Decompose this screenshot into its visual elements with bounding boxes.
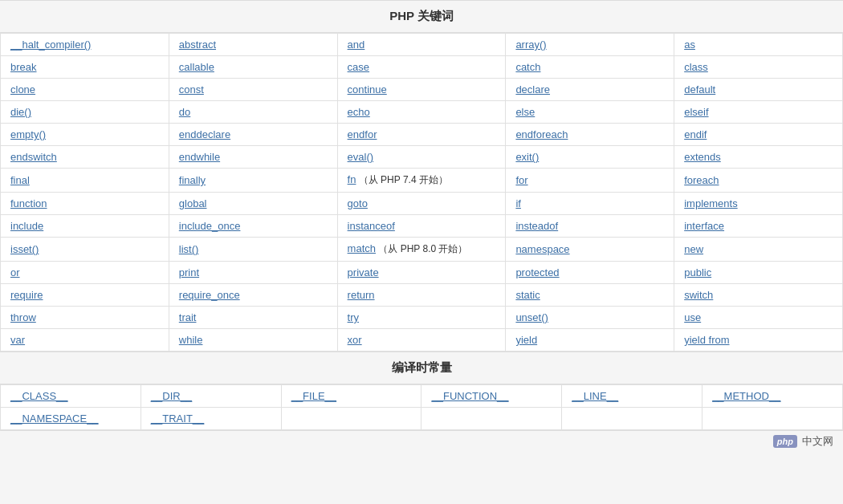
keyword-link[interactable]: do [179,106,190,118]
keyword-link[interactable]: abstract [179,39,216,51]
keyword-link[interactable]: for [515,174,527,186]
keyword-link[interactable]: switch [684,289,713,301]
keyword-link[interactable]: private [348,266,379,278]
keyword-link[interactable]: array() [515,39,546,51]
table-cell: eval() [337,146,506,169]
table-row: isset()list()match （从 PHP 8.0 开始）namespa… [1,238,843,262]
keyword-link[interactable]: trait [179,311,197,323]
keyword-link[interactable]: die() [10,106,31,118]
table-cell: and [337,34,506,56]
keyword-link[interactable]: instanceof [348,220,395,232]
table-cell: print [169,262,337,284]
keyword-link[interactable]: fn [348,173,356,185]
keyword-link[interactable]: namespace [515,243,569,255]
keyword-link[interactable]: var [10,334,25,346]
keyword-link[interactable]: print [179,266,199,278]
table-cell: isset() [1,238,169,262]
constant-link[interactable]: __FILE__ [291,390,336,402]
keyword-link[interactable]: yield from [684,334,729,346]
keyword-link[interactable]: yield [515,334,537,346]
table-row: empty()enddeclareendforendforeachendif [1,124,843,146]
keyword-link[interactable]: clone [10,83,35,96]
constant-link[interactable]: __FUNCTION__ [431,390,508,402]
constant-link[interactable]: __LINE__ [572,390,618,402]
keyword-link[interactable]: __halt_compiler() [10,39,91,51]
keyword-link[interactable]: extends [684,151,721,163]
constant-link[interactable]: __METHOD__ [712,390,780,402]
table-cell: goto [337,193,506,215]
keyword-link[interactable]: new [684,243,703,255]
keyword-link[interactable]: require [10,289,43,301]
keyword-link[interactable]: insteadof [515,220,558,232]
keyword-link[interactable]: endforeach [515,128,568,140]
table-cell: finally [169,169,337,193]
keyword-link[interactable]: enddeclare [179,128,230,140]
keyword-link[interactable]: throw [10,311,36,323]
keyword-link[interactable]: global [179,197,207,209]
keyword-link[interactable]: foreach [684,174,719,186]
keyword-link[interactable]: require_once [179,289,240,301]
table-cell: die() [1,101,169,124]
keyword-link[interactable]: or [10,266,20,278]
keyword-link[interactable]: use [684,311,701,323]
keyword-link[interactable]: echo [348,106,370,118]
keyword-link[interactable]: endfor [348,128,377,140]
keyword-link[interactable]: else [515,106,535,118]
keyword-link[interactable]: include [10,220,43,232]
keyword-link[interactable]: static [515,289,540,301]
keyword-link[interactable]: callable [179,61,214,73]
keyword-link[interactable]: continue [348,83,387,96]
table-cell [422,408,562,430]
keywords-table: __halt_compiler()abstractandarray()asbre… [0,33,843,352]
table-cell: default [674,79,843,101]
keyword-link[interactable]: return [348,289,375,301]
table-cell: yield [506,329,674,352]
keyword-link[interactable]: public [684,266,711,278]
keyword-link[interactable]: list() [179,243,199,255]
keyword-link[interactable]: case [348,61,369,73]
keyword-link[interactable]: protected [515,266,559,278]
table-row: cloneconstcontinuedeclaredefault [1,79,843,101]
keyword-link[interactable]: class [684,61,708,73]
keyword-link[interactable]: endwhile [179,151,220,163]
keyword-link[interactable]: declare [515,83,550,96]
keyword-link[interactable]: function [10,197,47,209]
table-cell: abstract [169,34,337,56]
keyword-link[interactable]: if [515,197,521,209]
table-cell: endforeach [506,124,674,146]
keyword-link[interactable]: include_once [179,220,241,232]
constant-link[interactable]: __CLASS__ [10,390,68,402]
keyword-link[interactable]: unset() [515,311,548,323]
keyword-link[interactable]: default [684,83,715,96]
keyword-link[interactable]: eval() [348,151,374,163]
table-cell: empty() [1,124,169,146]
table-cell: as [674,34,843,56]
keyword-link[interactable]: xor [348,334,362,346]
table-cell: else [506,101,674,124]
keyword-link[interactable]: goto [348,197,368,209]
keyword-link[interactable]: implements [684,197,737,209]
keyword-link[interactable]: const [179,83,204,96]
keyword-link[interactable]: elseif [684,106,708,118]
keyword-link[interactable]: catch [515,61,540,73]
constant-link[interactable]: __DIR__ [151,390,192,402]
keyword-link[interactable]: while [179,334,203,346]
constant-link[interactable]: __TRAIT__ [151,413,204,425]
keyword-link[interactable]: try [348,311,359,323]
keyword-link[interactable]: endswitch [10,151,57,163]
table-cell: if [506,193,674,215]
constant-link[interactable]: __NAMESPACE__ [10,413,99,425]
table-cell: __LINE__ [562,385,702,408]
keyword-link[interactable]: exit() [515,151,539,163]
table-cell: __DIR__ [140,385,281,408]
keyword-link[interactable]: isset() [10,243,39,255]
keyword-link[interactable]: endif [684,128,707,140]
keyword-link[interactable]: final [10,174,30,186]
keyword-link[interactable]: empty() [10,128,46,140]
keyword-link[interactable]: interface [684,220,724,232]
keyword-link[interactable]: as [684,39,695,51]
keyword-link[interactable]: finally [179,174,206,186]
keyword-link[interactable]: and [348,39,365,51]
keyword-link[interactable]: break [10,61,37,73]
keyword-link[interactable]: match [348,242,376,254]
